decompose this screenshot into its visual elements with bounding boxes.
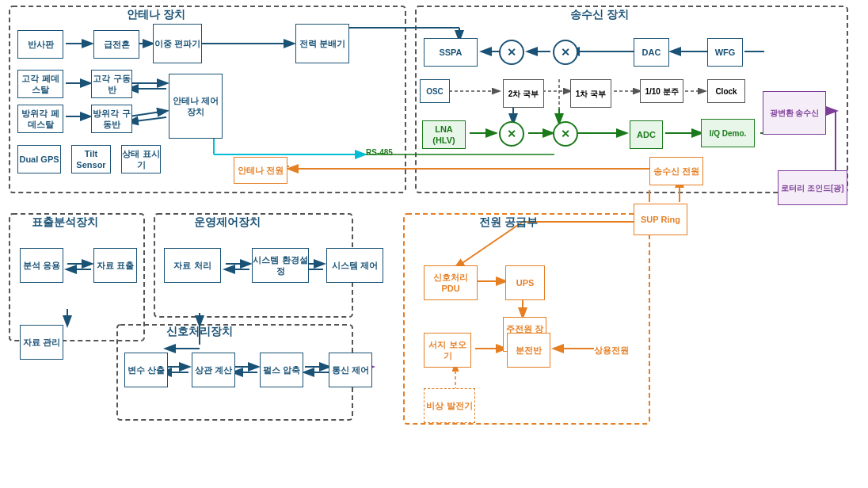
box-dual-polarizer: 이중 편파기	[153, 24, 202, 63]
svg-line-13	[129, 111, 166, 116]
box-high-driver: 고각 구동반	[91, 70, 132, 98]
box-antenna-power: 안테나 전원	[234, 157, 287, 184]
box-correlation-calc: 상관 계산	[192, 353, 235, 387]
box-antenna-control: 안테나 제어 장치	[169, 74, 223, 139]
box-sup-ring: SUP Ring	[634, 204, 687, 235]
box-azimuth-driver: 방위각 구동반	[91, 105, 132, 133]
mixer3-symbol: ✕	[499, 121, 524, 147]
box-high-pedestal: 고각 페데스탈	[17, 70, 63, 98]
box-data-display: 자료 표출	[93, 248, 137, 283]
box-dac: DAC	[634, 38, 669, 67]
box-tilt-sensor: Tilt Sensor	[71, 145, 111, 173]
box-distribution-panel: 분전반	[507, 333, 550, 368]
svg-line-14	[129, 117, 166, 122]
mixer1-symbol: ✕	[499, 40, 524, 65]
box-data-processing: 자료 처리	[164, 248, 221, 283]
box-analysis-response: 분석 응용	[20, 248, 63, 283]
box-primary-lo: 1차 국부	[570, 79, 611, 108]
box-reflector: 반사판	[17, 30, 63, 59]
box-wideband-transceiver: 광변환 송수신	[763, 91, 826, 135]
box-dual-gps: Dual GPS	[17, 145, 61, 173]
box-adc: ADC	[630, 120, 663, 149]
box-variable-calc: 변수 산출	[124, 353, 168, 387]
box-wfg: WFG	[707, 38, 743, 67]
box-freq-div: 1/10 분주	[640, 79, 683, 103]
box-azimuth-pedestal: 방위각 페데스탈	[17, 105, 63, 133]
box-transceiver-power: 송수신 전원	[649, 157, 703, 185]
box-pulse-compression: 펄스 압축	[260, 353, 303, 387]
transceiver-section-label: 송수신 장치	[570, 8, 629, 22]
box-system-config: 시스템 환경설정	[252, 248, 309, 283]
box-emergency-generator: 비상 발전기	[424, 388, 475, 423]
signal-section-label: 신호처리장치	[166, 325, 233, 339]
rs485-label: RS-485	[366, 148, 393, 157]
box-rotary-joint: 로터리 조인드[광]	[778, 170, 847, 205]
mixer2-symbol: ✕	[553, 40, 578, 65]
box-surge-protector: 서지 보오기	[424, 333, 471, 368]
main-diagram: 안테나 장치 송수신 장치 표출분석장치 운영제어장치 신호처리장치 전원 공급…	[0, 0, 868, 488]
mixer4-symbol: ✕	[553, 121, 578, 147]
box-osc: OSC	[420, 79, 450, 103]
display-section-label: 표출분석장치	[32, 215, 98, 230]
box-ups: UPS	[505, 265, 545, 300]
commercial-power-label: 상용전원	[594, 345, 629, 356]
power-section-label: 전원 공급부	[479, 215, 538, 230]
box-iq-demod: I/Q Demo.	[701, 119, 755, 147]
box-data-management: 자료 관리	[20, 325, 63, 360]
box-signal-pdu: 신호처리 PDU	[424, 265, 478, 300]
box-clock: Clock	[707, 79, 745, 103]
box-gun-feed: 급전혼	[93, 30, 139, 59]
box-sspa: SSPA	[424, 38, 478, 67]
box-secondary-lo: 2차 국부	[503, 79, 544, 108]
box-lna: LNA (HLV)	[422, 120, 466, 149]
box-system-control: 시스템 제어	[326, 248, 383, 283]
box-power-distributor: 전력 분배기	[295, 24, 349, 63]
antenna-section-label: 안테나 장치	[127, 8, 185, 22]
operation-section-label: 운영제어장치	[194, 215, 261, 230]
box-comm-control: 통신 제어	[329, 353, 372, 387]
box-status-display: 상태 표시기	[121, 145, 161, 173]
